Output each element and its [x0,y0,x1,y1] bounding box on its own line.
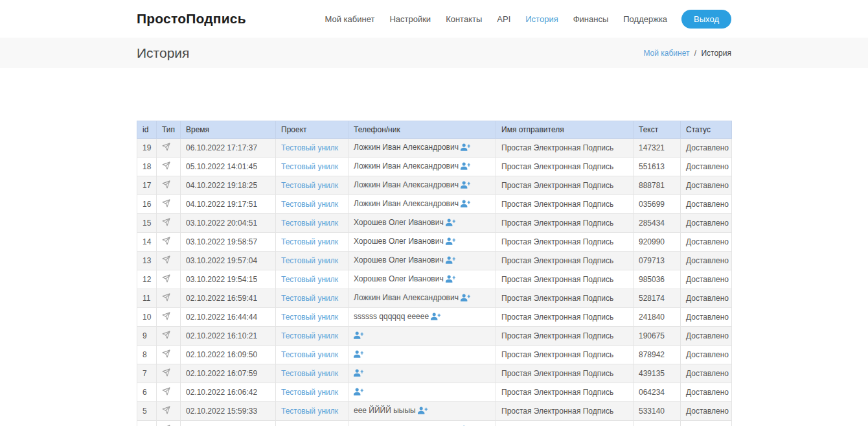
cell-status: Доставлено [681,158,732,176]
nav-item-history[interactable]: История [525,14,558,24]
phone-name: Ложкин Иван Александрович [354,199,461,208]
brand-logo[interactable]: ПростоПодпись [137,11,246,27]
table-row: 1704.10.2022 19:18:25Тестовый унилкЛожки… [137,176,732,195]
cell-text: 190675 [634,327,681,346]
cell-phone: Хорошев Олег Иванович [348,233,496,252]
project-link[interactable]: Тестовый унилк [281,350,338,359]
cell-phone: Ложкин Иван Александрович [348,139,496,158]
project-link[interactable]: Тестовый унилк [281,200,338,209]
project-link[interactable]: Тестовый унилк [281,369,338,378]
person-add-icon[interactable] [354,388,363,397]
cell-sender: Простая Электронная Подпись [496,139,634,158]
col-header-id: id [137,121,157,139]
cell-sender: Простая Электронная Подпись [496,308,634,327]
person-add-icon[interactable] [461,181,470,191]
phone-name: Ложкин Иван Александрович [354,180,461,189]
cell-text: 985036 [634,270,681,289]
cell-id: 4 [137,421,157,426]
cell-text: 064234 [634,383,681,402]
send-icon [162,368,170,379]
person-add-icon[interactable] [461,294,470,303]
project-link[interactable]: Тестовый унилк [281,388,338,397]
page-title: История [137,45,189,61]
person-add-icon[interactable] [446,219,455,228]
cell-status: Доставлено [681,289,732,308]
cell-type [157,289,181,308]
cell-id: 5 [137,402,157,421]
cell-id: 19 [137,139,157,158]
cell-sender: Простая Электронная Подпись [496,158,634,176]
person-add-icon[interactable] [461,200,470,209]
cell-type [157,270,181,289]
project-link[interactable]: Тестовый унилк [281,407,338,416]
col-header-sender: Имя отправителя [496,121,634,139]
cell-phone [348,364,496,383]
person-add-icon[interactable] [461,143,470,153]
phone-name: Хорошев Олег Иванович [354,274,446,283]
project-link[interactable]: Тестовый унилк [281,181,338,190]
cell-project: Тестовый унилк [276,214,348,233]
person-add-icon[interactable] [461,162,470,172]
send-icon [162,293,170,303]
cell-id: 13 [137,252,157,270]
nav-item-cabinet[interactable]: Мой кабинет [325,14,374,24]
table-row: 1906.10.2022 17:17:37Тестовый унилкЛожки… [137,139,732,158]
cell-id: 11 [137,289,157,308]
cell-id: 12 [137,270,157,289]
cell-id: 16 [137,195,157,214]
person-add-icon[interactable] [446,237,455,247]
person-add-icon[interactable] [431,313,440,322]
cell-status: Доставлено [681,421,732,426]
nav-item-settings[interactable]: Настройки [389,14,431,24]
project-link[interactable]: Тестовый унилк [281,162,338,171]
project-link[interactable]: Тестовый унилк [281,219,338,228]
logout-button[interactable]: Выход [681,10,731,29]
cell-project: Тестовый унилк [276,233,348,252]
cell-id: 8 [137,346,157,364]
cell-project: Тестовый унилк [276,252,348,270]
send-icon [162,161,170,172]
cell-text: 551613 [634,158,681,176]
cell-type [157,176,181,195]
project-link[interactable]: Тестовый унилк [281,331,338,340]
cell-project: Тестовый унилк [276,308,348,327]
project-link[interactable]: Тестовый унилк [281,294,338,303]
person-add-icon[interactable] [418,407,428,416]
send-icon [162,237,170,247]
send-icon [162,331,170,341]
table-row: 502.10.2022 15:59:33Тестовый унилкеее ЙЙ… [137,402,732,421]
cell-project: Тестовый унилк [276,383,348,402]
cell-text: 888781 [634,176,681,195]
history-table: id Тип Время Проект Телефон/ник Имя отпр… [137,121,732,426]
project-link[interactable]: Тестовый унилк [281,313,338,322]
nav-item-support[interactable]: Поддержка [623,14,667,24]
col-header-project: Проект [276,121,348,139]
project-link[interactable]: Тестовый унилк [281,143,338,152]
cell-sender: Простая Электронная Подпись [496,270,634,289]
cell-phone: Ложкин Иван Александрович [348,158,496,176]
cell-status: Доставлено [681,364,732,383]
phone-name: ssssss qqqqqq eeeee [354,312,431,321]
nav-item-contacts[interactable]: Контакты [446,14,482,24]
phone-name: Хорошев Олег Иванович [354,255,446,265]
person-add-icon[interactable] [354,331,363,341]
cell-phone: Ложкин Иван Александрович [348,421,496,426]
nav-item-api[interactable]: API [497,14,510,24]
person-add-icon[interactable] [446,256,455,266]
cell-project: Тестовый унилк [276,270,348,289]
project-link[interactable]: Тестовый унилк [281,275,338,284]
cell-text: 920990 [634,233,681,252]
nav-item-finance[interactable]: Финансы [573,14,609,24]
breadcrumb-separator: / [694,49,696,58]
col-header-text: Текст [634,121,681,139]
project-link[interactable]: Тестовый унилк [281,256,338,265]
person-add-icon[interactable] [446,275,455,285]
cell-time: 02.10.2022 16:09:50 [181,346,276,364]
cell-project: Тестовый унилк [276,176,348,195]
breadcrumb-link-cabinet[interactable]: Мой кабинет [643,49,689,58]
person-add-icon[interactable] [354,369,363,379]
project-link[interactable]: Тестовый унилк [281,237,338,246]
person-add-icon[interactable] [354,350,363,360]
cell-project: Тестовый унилк [276,346,348,364]
cell-type [157,214,181,233]
